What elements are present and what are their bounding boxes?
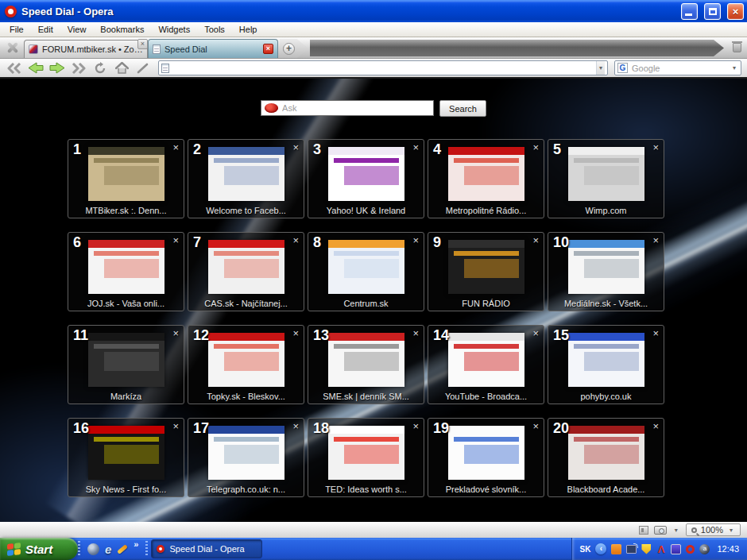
address-bar[interactable]: ▾ <box>158 60 608 75</box>
tray-icon-security-shield[interactable] <box>641 544 651 554</box>
dial-close-icon[interactable]: × <box>412 141 419 153</box>
speed-dial-cell[interactable]: 9 × FUN RÁDIO <box>428 232 544 311</box>
tray-icon-updates[interactable] <box>611 544 621 554</box>
dial-thumbnail[interactable] <box>208 240 284 294</box>
menu-edit[interactable]: Edit <box>31 23 60 36</box>
dial-close-icon[interactable]: × <box>532 327 539 339</box>
new-tab-button[interactable]: + <box>280 39 308 58</box>
web-search-field[interactable]: G Google ▾ <box>614 60 741 75</box>
dial-thumbnail[interactable] <box>568 147 644 201</box>
speed-dial-cell[interactable]: 8 × Centrum.sk <box>308 232 424 311</box>
dial-thumbnail[interactable] <box>568 426 644 480</box>
dial-close-icon[interactable]: × <box>292 327 299 339</box>
speed-dial-cell[interactable]: 10 × Mediálne.sk - Všetk... <box>548 232 664 311</box>
dial-thumbnail[interactable] <box>448 333 524 387</box>
speed-dial-cell[interactable]: 19 × Prekladové slovník... <box>428 418 544 497</box>
tray-icon-blue-square[interactable] <box>671 544 681 554</box>
dial-thumbnail[interactable] <box>88 240 164 294</box>
dial-close-icon[interactable]: × <box>532 234 539 246</box>
chevron-down-icon[interactable]: ▾ <box>672 527 680 534</box>
speed-dial-cell[interactable]: 20 × Blackboard Acade... <box>548 418 664 497</box>
fast-forward-button[interactable] <box>70 60 87 76</box>
forward-button[interactable] <box>48 60 66 76</box>
speed-dial-cell[interactable]: 15 × pohyby.co.uk <box>548 325 664 404</box>
dial-thumbnail[interactable] <box>448 240 524 294</box>
closed-tabs-trash-button[interactable] <box>726 37 747 58</box>
dial-close-icon[interactable]: × <box>652 327 659 339</box>
maximize-button[interactable] <box>704 3 721 20</box>
speed-dial-cell[interactable]: 12 × Topky.sk - Bleskov... <box>188 325 304 404</box>
tray-icon-opera-ring[interactable] <box>686 545 695 554</box>
dial-close-icon[interactable]: × <box>172 420 179 432</box>
dial-close-icon[interactable]: × <box>412 420 419 432</box>
dial-close-icon[interactable]: × <box>652 141 659 153</box>
dial-thumbnail[interactable] <box>208 333 284 387</box>
speed-dial-cell[interactable]: 13 × SME.sk | denník SM... <box>308 325 424 404</box>
menu-widgets[interactable]: Widgets <box>151 23 197 36</box>
dial-close-icon[interactable]: × <box>172 141 179 153</box>
dial-close-icon[interactable]: × <box>292 141 299 153</box>
dial-thumbnail[interactable] <box>88 147 164 201</box>
dial-thumbnail[interactable] <box>568 333 644 387</box>
tab-speed-dial[interactable]: Speed Dial × <box>148 39 278 58</box>
speed-dial-cell[interactable]: 6 × JOJ.sk - Vaša onli... <box>68 232 184 311</box>
speed-dial-cell[interactable]: 7 × CAS.sk - Najčítanej... <box>188 232 304 311</box>
ask-search-field[interactable] <box>261 100 434 116</box>
quicklaunch-browser-icon[interactable] <box>87 543 99 555</box>
speed-dial-cell[interactable]: 17 × Telegraph.co.uk: n... <box>188 418 304 497</box>
tray-collapse-icon[interactable]: ‹ <box>595 543 606 554</box>
speed-dial-cell[interactable]: 4 × Metropolitné Rádio... <box>428 139 544 218</box>
menu-bookmarks[interactable]: Bookmarks <box>93 23 151 36</box>
dial-close-icon[interactable]: × <box>172 234 179 246</box>
language-indicator[interactable]: SK <box>580 545 591 554</box>
dial-thumbnail[interactable] <box>208 426 284 480</box>
dial-thumbnail[interactable] <box>448 147 524 201</box>
quicklaunch-brush-icon[interactable] <box>117 544 128 554</box>
tray-icon-sphere[interactable]: a <box>699 544 710 554</box>
dial-close-icon[interactable]: × <box>172 327 179 339</box>
tray-icon-red-logo[interactable]: Λ <box>656 544 666 554</box>
clock[interactable]: 12:43 <box>717 544 739 554</box>
dial-close-icon[interactable]: × <box>292 234 299 246</box>
speed-dial-cell[interactable]: 1 × MTBiker.sk :. Denn... <box>68 139 184 218</box>
tab-close-icon[interactable]: × <box>137 39 148 49</box>
dial-close-icon[interactable]: × <box>652 234 659 246</box>
panels-toggle-button[interactable] <box>0 37 24 58</box>
dial-thumbnail[interactable] <box>328 333 404 387</box>
taskbar-task-opera[interactable]: Speed Dial - Opera <box>151 539 262 558</box>
note-pencil-button[interactable] <box>134 60 152 76</box>
menu-view[interactable]: View <box>60 23 94 36</box>
menu-help[interactable]: Help <box>232 23 265 36</box>
dial-close-icon[interactable]: × <box>412 327 419 339</box>
dial-thumbnail[interactable] <box>568 240 644 294</box>
search-input[interactable] <box>282 103 430 113</box>
back-button[interactable] <box>27 60 45 76</box>
rewind-button[interactable] <box>6 60 23 76</box>
speed-dial-cell[interactable]: 5 × Wimp.com <box>548 139 664 218</box>
dial-thumbnail[interactable] <box>88 333 164 387</box>
close-button[interactable]: × <box>727 3 744 20</box>
search-button[interactable]: Search <box>439 100 486 117</box>
dial-thumbnail[interactable] <box>328 147 404 201</box>
menu-file[interactable]: File <box>2 23 31 36</box>
reload-button[interactable] <box>91 60 109 76</box>
view-images-icon[interactable] <box>654 526 667 535</box>
dial-thumbnail[interactable] <box>208 147 284 201</box>
speed-dial-cell[interactable]: 3 × Yahoo! UK & Ireland <box>308 139 424 218</box>
address-dropdown-button[interactable]: ▾ <box>596 61 605 75</box>
dial-close-icon[interactable]: × <box>412 234 419 246</box>
start-button[interactable]: Start <box>0 538 78 560</box>
zoom-control[interactable]: 100% ▾ <box>686 523 741 536</box>
dial-thumbnail[interactable] <box>88 426 164 480</box>
tab-forum-mtbiker[interactable]: FORUM.mtbiker.sk • Zob... × <box>24 40 148 58</box>
speed-dial-cell[interactable]: 2 × Welcome to Faceb... <box>188 139 304 218</box>
menu-tools[interactable]: Tools <box>197 23 232 36</box>
speed-dial-cell[interactable]: 18 × TED: Ideas worth s... <box>308 418 424 497</box>
quicklaunch-overflow-chevron[interactable]: » <box>134 538 138 549</box>
dial-close-icon[interactable]: × <box>652 420 659 432</box>
home-button[interactable] <box>113 60 130 76</box>
dial-thumbnail[interactable] <box>448 426 524 480</box>
internet-explorer-icon[interactable]: e <box>105 543 111 555</box>
speed-dial-cell[interactable]: 14 × YouTube - Broadca... <box>428 325 544 404</box>
speed-dial-cell[interactable]: 16 × Sky News - First fo... <box>68 418 184 497</box>
